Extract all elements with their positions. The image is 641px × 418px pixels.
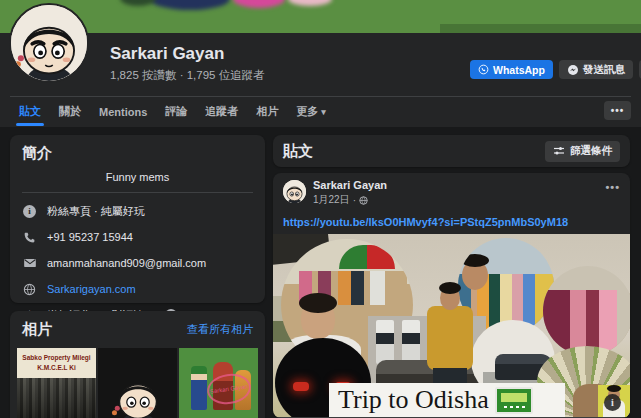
- post-header: Sarkari Gayan 1月22日 · •••: [273, 173, 630, 215]
- cover-decoration: [150, 0, 230, 10]
- tab-more-label: 更多: [296, 104, 318, 119]
- highway-sign-icon: [495, 387, 533, 414]
- cover-decoration: [440, 24, 641, 33]
- thumbnail-title-band: Trip to Odisha: [329, 383, 565, 417]
- see-all-photos-link[interactable]: 查看所有相片: [187, 322, 253, 337]
- post-card: Sarkari Gayan 1月22日 · ••• https://youtu.…: [273, 173, 630, 418]
- intro-phone-text[interactable]: +91 95237 15944: [47, 231, 133, 243]
- intro-email-text[interactable]: amanmahanand909@gmail.com: [47, 257, 206, 269]
- header-actions: WhatsApp 發送訊息 讚: [470, 60, 641, 79]
- email-icon: [22, 256, 37, 271]
- collage-art: [402, 320, 420, 364]
- public-globe-icon: [359, 196, 368, 205]
- photo3-figure: [191, 366, 207, 410]
- intro-row-website: Sarkarigayan.com: [22, 281, 253, 297]
- chevron-down-icon: ▾: [321, 107, 326, 117]
- collage-circle-group-women: [543, 266, 630, 356]
- intro-title: 簡介: [22, 144, 253, 163]
- collage-art: [376, 320, 394, 364]
- whatsapp-icon: [478, 64, 489, 75]
- photo1-caption: Sabko Property Milegi K.M.C.E.L Ki: [17, 353, 96, 373]
- tab-reviews-label: 評論: [165, 104, 187, 119]
- tab-followers-label: 追蹤者: [205, 104, 238, 119]
- photos-card: 相片 查看所有相片 Sabko Property Milegi K.M.C.E.…: [10, 311, 265, 418]
- tab-about[interactable]: 關於: [50, 97, 90, 126]
- tab-photos[interactable]: 相片: [247, 97, 287, 126]
- facebook-page-screen: Sarkari Gayan 1,825 按讚數 · 1,795 位追蹤者 Wha…: [0, 0, 641, 418]
- post-youtube-link[interactable]: https://youtu.be/lksO0HMvyf4?si=PStqZ5pn…: [273, 215, 630, 234]
- intro-tagline: Funny mems: [22, 171, 253, 183]
- tab-reviews[interactable]: 評論: [156, 97, 196, 126]
- photo-thumbnail-2[interactable]: [98, 348, 177, 418]
- post-avatar[interactable]: [283, 180, 306, 203]
- profile-avatar[interactable]: [9, 3, 89, 83]
- page-header-card: Sarkari Gayan 1,825 按讚數 · 1,795 位追蹤者 Wha…: [0, 0, 641, 127]
- collage-art: [293, 382, 309, 391]
- shinchan-avatar-art: [11, 5, 87, 81]
- filters-button-label: 篩選條件: [570, 144, 612, 158]
- send-message-button[interactable]: 發送訊息: [559, 60, 633, 79]
- messenger-icon: [567, 64, 579, 76]
- whatsapp-button-label: WhatsApp: [493, 64, 545, 76]
- photo-thumbnail-1[interactable]: Sabko Property Milegi K.M.C.E.L Ki: [17, 348, 96, 418]
- info-icon: i: [22, 204, 37, 219]
- tab-mentions-label: Mentions: [99, 106, 147, 118]
- intro-row-category: i 粉絲專頁 · 純屬好玩: [22, 203, 253, 219]
- post-author-name[interactable]: Sarkari Gayan: [313, 179, 387, 191]
- globe-icon: [22, 282, 37, 297]
- filters-icon: [553, 146, 565, 156]
- tab-photos-label: 相片: [256, 104, 278, 119]
- page-more-button[interactable]: •••: [604, 101, 631, 120]
- tab-followers[interactable]: 追蹤者: [196, 97, 247, 126]
- post-meta: 1月22日 ·: [313, 193, 368, 207]
- photo-thumbnail-3[interactable]: Sarkari Gayan: [179, 348, 258, 418]
- collage-art: [461, 254, 489, 267]
- post-image[interactable]: JH03 Trip to Odisha: [273, 234, 630, 417]
- tab-more[interactable]: 更多 ▾: [287, 97, 335, 126]
- page-title: Sarkari Gayan: [110, 44, 224, 64]
- post-avatar-art: [283, 180, 306, 203]
- intro-category-text: 粉絲專頁 · 純屬好玩: [47, 204, 145, 219]
- posts-header-card: 貼文 篩選條件: [273, 135, 630, 167]
- tab-posts-label: 貼文: [19, 104, 41, 119]
- page-tabs: 貼文 關於 Mentions 評論 追蹤者 相片 更多 ▾: [10, 97, 335, 126]
- filters-button[interactable]: 篩選條件: [545, 141, 620, 162]
- tab-mentions[interactable]: Mentions: [90, 97, 156, 126]
- tab-about-label: 關於: [59, 104, 81, 119]
- send-message-button-label: 發送訊息: [583, 63, 625, 77]
- photo-grid: Sabko Property Milegi K.M.C.E.L Ki: [17, 348, 258, 418]
- tab-posts[interactable]: 貼文: [10, 97, 50, 126]
- cover-decoration: [288, 0, 332, 6]
- cover-decoration: [120, 0, 156, 6]
- intro-row-email: amanmahanand909@gmail.com: [22, 255, 253, 271]
- photos-title: 相片: [22, 320, 52, 339]
- intro-divider: [22, 192, 253, 193]
- photo1-crowd-art: [17, 378, 96, 418]
- meta-separator: ·: [353, 195, 356, 206]
- cover-decoration: [233, 0, 285, 8]
- page-stats[interactable]: 1,825 按讚數 · 1,795 位追蹤者: [110, 68, 265, 83]
- photo2-shinchan-art: [110, 365, 166, 418]
- thumbnail-title: Trip to Odisha: [338, 385, 489, 415]
- cover-photo[interactable]: [0, 0, 641, 33]
- intro-card: 簡介 Funny mems i 粉絲專頁 · 純屬好玩 +91 95237 15…: [10, 135, 265, 303]
- phone-icon: [22, 230, 37, 245]
- post-more-button[interactable]: •••: [605, 181, 620, 193]
- umbrella-art: [339, 245, 395, 269]
- whatsapp-button[interactable]: WhatsApp: [470, 60, 553, 79]
- post-date[interactable]: 1月22日: [313, 193, 350, 207]
- intro-row-phone: +91 95237 15944: [22, 229, 253, 245]
- image-info-icon[interactable]: i: [604, 394, 621, 411]
- intro-website-link[interactable]: Sarkarigayan.com: [47, 283, 136, 295]
- posts-title: 貼文: [283, 142, 313, 161]
